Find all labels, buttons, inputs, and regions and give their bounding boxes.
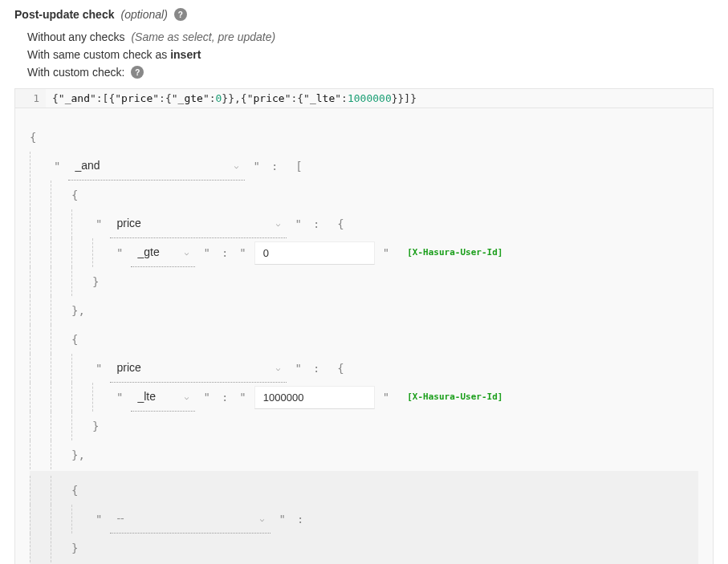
quote-mark: "	[236, 387, 249, 408]
quote-mark: "	[113, 387, 126, 408]
price1-row: " price ⌵ " : {	[30, 209, 698, 238]
quote-mark: "	[236, 242, 249, 264]
code-line-1[interactable]: 1 {"_and":[{"price":{"_gte":0}},{"price"…	[15, 89, 713, 108]
colon-mark: :	[310, 213, 323, 235]
lte-row: " _lte ⌵ " : " " [X-Hasura-User-Id]	[30, 383, 698, 412]
help-icon[interactable]: ?	[174, 8, 187, 21]
column-selector-price2[interactable]: price ⌵	[110, 354, 287, 383]
quote-mark: "	[380, 242, 392, 264]
header: Post-update check (optional) ? Without a…	[14, 8, 714, 79]
operator-selector-lte[interactable]: _lte ⌵	[131, 383, 195, 412]
and-row: " _and ⌵ " : [	[30, 152, 698, 181]
group1-close: },	[30, 296, 698, 325]
quote-mark: "	[250, 156, 262, 177]
price2-row: " price ⌵ " : {	[30, 354, 698, 383]
column-selector-placeholder: --	[116, 508, 124, 530]
gte-row: " _gte ⌵ " : " " [X-Hasura-User-Id]	[30, 238, 698, 267]
open-brace: {	[327, 358, 344, 379]
code-editor: 1 {"_and":[{"price":{"_gte":0}},{"price"…	[14, 88, 714, 564]
placeholder-group: { " -- ⌵ " : }	[30, 471, 698, 564]
option-same-as-insert[interactable]: With same custom check as insert	[27, 48, 714, 61]
section-optional-label: (optional)	[120, 8, 167, 21]
option-without-checks-hint: (Same as select, pre update)	[131, 30, 275, 43]
session-variable-suggestion[interactable]: [X-Hasura-User-Id]	[407, 245, 502, 262]
quote-mark: "	[275, 509, 288, 530]
operator-selector-gte[interactable]: _gte ⌵	[131, 238, 195, 267]
column-selector-label: price	[116, 213, 140, 234]
quote-mark: "	[200, 242, 213, 264]
chevron-down-icon: ⌵	[275, 360, 280, 375]
colon-mark: :	[268, 156, 281, 177]
filter-builder: { " _and ⌵ " : [ { " price ⌵	[15, 108, 713, 564]
price2-close: }	[30, 412, 698, 440]
operator-selector-label: _lte	[137, 386, 156, 408]
group1-open: {	[30, 181, 698, 209]
code-content[interactable]: {"_and":[{"price":{"_gte":0}},{"price":{…	[46, 89, 713, 108]
operator-selector-label: _gte	[137, 241, 159, 263]
chevron-down-icon: ⌵	[259, 511, 264, 526]
chevron-down-icon: ⌵	[234, 158, 238, 173]
quote-mark: "	[291, 358, 304, 379]
quote-mark: "	[291, 213, 304, 235]
and-selector-label: _and	[75, 155, 100, 177]
option-without-checks[interactable]: Without any checks (Same as select, pre …	[27, 30, 714, 43]
chevron-down-icon: ⌵	[184, 245, 189, 260]
gutter-line-number: 1	[15, 89, 46, 108]
value-input-lte[interactable]	[254, 386, 375, 409]
colon-mark: :	[218, 387, 231, 408]
colon-mark: :	[294, 509, 307, 530]
quote-mark: "	[380, 387, 392, 408]
colon-mark: :	[218, 242, 231, 264]
group2-close: },	[30, 440, 698, 469]
open-bracket: [	[286, 156, 302, 177]
placeholder-close: }	[30, 534, 698, 562]
quote-mark: "	[92, 509, 105, 530]
colon-mark: :	[310, 358, 323, 379]
price1-close: }	[30, 267, 698, 296]
chevron-down-icon: ⌵	[275, 216, 280, 231]
session-variable-suggestion[interactable]: [X-Hasura-User-Id]	[407, 389, 502, 406]
option-custom-check[interactable]: With custom check: ?	[27, 66, 714, 79]
placeholder-open: {	[30, 476, 698, 505]
chevron-down-icon: ⌵	[184, 389, 189, 404]
quote-mark: "	[113, 242, 126, 264]
root-open-brace: {	[30, 123, 698, 152]
header-title-row: Post-update check (optional) ?	[14, 8, 714, 21]
value-input-gte[interactable]	[254, 241, 375, 265]
column-selector-label: price	[116, 357, 140, 379]
option-without-checks-label: Without any checks	[27, 30, 124, 43]
section-title: Post-update check	[14, 8, 114, 21]
column-selector-price1[interactable]: price ⌵	[110, 209, 287, 238]
help-icon[interactable]: ?	[131, 66, 144, 79]
option-same-as-label: With same custom check as insert	[27, 48, 201, 61]
check-options: Without any checks (Same as select, pre …	[14, 30, 714, 79]
and-selector[interactable]: _and ⌵	[68, 152, 245, 181]
quote-mark: "	[92, 358, 105, 379]
column-selector-empty[interactable]: -- ⌵	[110, 505, 270, 534]
quote-mark: "	[92, 213, 105, 235]
quote-mark: "	[51, 156, 63, 177]
group2-open: {	[30, 325, 698, 354]
placeholder-field-row: " -- ⌵ " :	[30, 505, 698, 534]
open-brace: {	[327, 213, 344, 235]
quote-mark: "	[200, 387, 213, 408]
option-custom-check-label: With custom check:	[27, 66, 124, 79]
